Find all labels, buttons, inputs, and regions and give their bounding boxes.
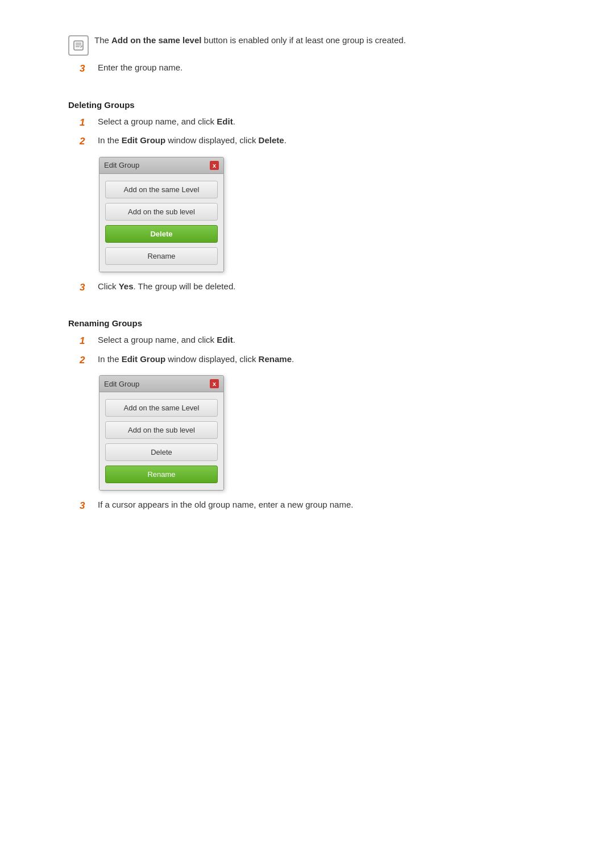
rename-dialog-btn-same-level[interactable]: Add on the same Level	[105, 399, 218, 417]
delete-step2-bold1: Edit Group	[122, 135, 166, 145]
note-row: The Add on the same level button is enab…	[68, 34, 546, 56]
rename-dialog-btn-delete[interactable]: Delete	[105, 443, 218, 461]
note-icon	[68, 35, 89, 56]
delete-step-num-2: 2	[80, 134, 90, 149]
delete-dialog-btn-same-level[interactable]: Add on the same Level	[105, 181, 218, 198]
delete-step-text-2: In the Edit Group window displayed, clic…	[98, 134, 287, 147]
delete-step-text-3: Click Yes. The group will be deleted.	[98, 280, 235, 293]
rename-dialog-titlebar: Edit Group x	[99, 376, 223, 392]
delete-step-num-1: 1	[80, 115, 90, 130]
rename-dialog: Edit Group x Add on the same Level Add o…	[99, 375, 224, 491]
note-bold: Add on the same level	[111, 35, 201, 45]
delete-dialog-titlebar: Edit Group x	[99, 157, 223, 174]
delete-dialog: Edit Group x Add on the same Level Add o…	[99, 157, 224, 272]
rename-step-2: 2 In the Edit Group window displayed, cl…	[80, 353, 546, 368]
svg-rect-0	[74, 41, 83, 50]
rename-dialog-close[interactable]: x	[210, 379, 219, 388]
delete-step-2: 2 In the Edit Group window displayed, cl…	[80, 134, 546, 149]
delete-dialog-close[interactable]: x	[210, 161, 219, 170]
rename-dialog-btn-rename[interactable]: Rename	[105, 466, 218, 483]
delete-dialog-btn-rename[interactable]: Rename	[105, 247, 218, 265]
rename-step-1: 1 Select a group name, and click Edit.	[80, 334, 546, 348]
delete-dialog-wrapper: Edit Group x Add on the same Level Add o…	[99, 157, 546, 272]
rename-step-num-2: 2	[80, 353, 90, 368]
delete-step-text-1: Select a group name, and click Edit.	[98, 115, 235, 128]
rename-step1-bold: Edit	[217, 335, 233, 344]
rename-dialog-title: Edit Group	[104, 380, 139, 388]
rename-step-3: 3 If a cursor appears in the old group n…	[80, 499, 546, 513]
step-num-3a: 3	[80, 61, 90, 76]
step-3-enter: 3 Enter the group name.	[80, 61, 546, 76]
note-text-after: button is enabled only if at least one g…	[201, 35, 405, 45]
rename-step2-bold1: Edit Group	[122, 354, 166, 364]
step-text-3a: Enter the group name.	[98, 61, 182, 74]
delete-step-num-3: 3	[80, 280, 90, 295]
delete-step-3: 3 Click Yes. The group will be deleted.	[80, 280, 546, 295]
rename-step2-bold2: Rename	[259, 354, 292, 364]
delete-dialog-title: Edit Group	[104, 161, 139, 169]
delete-dialog-btn-sub-level[interactable]: Add on the sub level	[105, 203, 218, 221]
section-renaming-header: Renaming Groups	[68, 318, 546, 328]
delete-step3-bold: Yes	[119, 281, 134, 291]
rename-dialog-btn-sub-level[interactable]: Add on the sub level	[105, 421, 218, 439]
section-deleting-header: Deleting Groups	[68, 100, 546, 110]
delete-dialog-body: Add on the same Level Add on the sub lev…	[99, 174, 223, 272]
delete-dialog-btn-delete[interactable]: Delete	[105, 225, 218, 243]
pencil-icon	[73, 40, 84, 51]
rename-step-text-1: Select a group name, and click Edit.	[98, 334, 235, 347]
rename-dialog-wrapper: Edit Group x Add on the same Level Add o…	[99, 375, 546, 491]
rename-step-num-3: 3	[80, 499, 90, 513]
rename-step-text-3: If a cursor appears in the old group nam…	[98, 499, 353, 512]
rename-dialog-body: Add on the same Level Add on the sub lev…	[99, 392, 223, 490]
note-text: The Add on the same level button is enab…	[94, 34, 406, 47]
note-text-before: The	[94, 35, 111, 45]
rename-step-text-2: In the Edit Group window displayed, clic…	[98, 353, 294, 366]
delete-step1-bold: Edit	[217, 117, 233, 126]
delete-step-1: 1 Select a group name, and click Edit.	[80, 115, 546, 130]
rename-step-num-1: 1	[80, 334, 90, 348]
delete-step2-bold2: Delete	[259, 135, 284, 145]
